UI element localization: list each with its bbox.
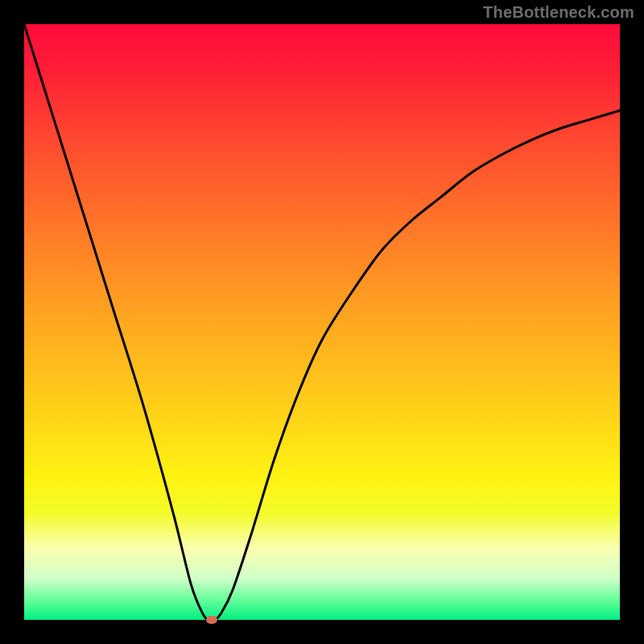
chart-frame: TheBottleneck.com xyxy=(0,0,644,644)
watermark-text: TheBottleneck.com xyxy=(483,3,634,22)
curve-svg xyxy=(24,24,620,620)
plot-area xyxy=(24,24,620,620)
bottleneck-curve xyxy=(24,24,620,620)
optimum-marker xyxy=(206,616,217,624)
